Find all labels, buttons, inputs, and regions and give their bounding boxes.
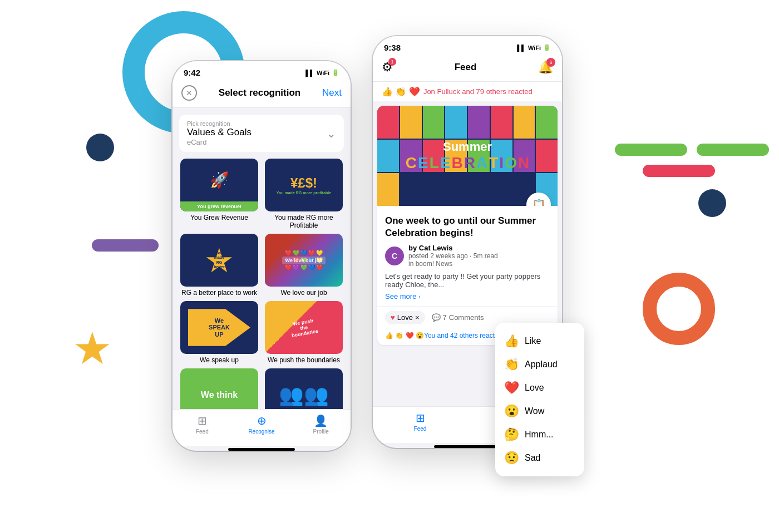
ecard-item-team[interactable]: 👥👥 Team bbox=[264, 368, 344, 409]
ecard-text-revenue: You grew revenue! bbox=[180, 201, 258, 211]
heart-icon: 💜 bbox=[293, 264, 299, 270]
ecard-item-think[interactable]: We think We think bbox=[179, 368, 259, 409]
reaction-applaud[interactable]: 👏 Applaud bbox=[495, 353, 584, 376]
reaction-emojis: 👍 👏 ❤️ bbox=[382, 86, 420, 97]
ecard-grid: 🚀 You grew revenue! You Grew Revenue ¥£$… bbox=[172, 159, 351, 409]
like-emoji: 👍 bbox=[504, 334, 519, 348]
love-emoji: ❤️ bbox=[504, 381, 519, 395]
tab-feed-left[interactable]: ⊞ Feed bbox=[172, 414, 232, 435]
heart-icon: 💚 bbox=[300, 264, 307, 270]
reaction-popup: 👍 Like 👏 Applaud ❤️ Love 😮 Wow 🤔 Hmm... … bbox=[495, 323, 584, 476]
status-bar-left: 9:42 ▌▌ WiFi 🔋 bbox=[172, 61, 351, 81]
ecard-image-revenue: 🚀 You grew revenue! bbox=[180, 159, 258, 211]
feed-tab-icon: ⊞ bbox=[198, 414, 207, 427]
love-reaction-pill[interactable]: ♥ Love × bbox=[385, 311, 425, 324]
tab-profile-left[interactable]: 👤 Profile bbox=[291, 414, 351, 435]
ecard-design-love: ❤️ 💚 💙 ❤️ 💛 💜 ❤️ 💚 💙 💛 ❤️ 💜 bbox=[265, 234, 343, 287]
author-info: by Cat Lewis posted 2 weeks ago · 5m rea… bbox=[408, 244, 498, 268]
bg-star-decoration: ★ bbox=[72, 323, 112, 375]
ecard-icon-revenue: 🚀 bbox=[210, 159, 229, 201]
ecard-design-think: We think bbox=[180, 368, 258, 409]
celebration-text-overlay: Summer CELEBRATION bbox=[406, 140, 529, 172]
close-button[interactable]: ✕ bbox=[181, 85, 197, 101]
navigation-bar-left: ✕ Select recognition Next bbox=[172, 81, 351, 108]
ecard-label-profit: You made RG more Profitable bbox=[264, 214, 344, 229]
profile-tab-label: Profile bbox=[313, 428, 329, 435]
ecard-label-love: We love our job bbox=[280, 289, 327, 297]
battery-icon: 🔋 bbox=[332, 69, 339, 76]
ecard-design-profit: ¥£$! You made RG more profitable bbox=[265, 159, 343, 211]
ecard-item-love[interactable]: ❤️ 💚 💙 ❤️ 💛 💜 ❤️ 💚 💙 💛 ❤️ 💜 bbox=[264, 234, 344, 297]
tile bbox=[536, 106, 558, 139]
close-icon: ✕ bbox=[186, 88, 193, 97]
ecard-item-revenue[interactable]: 🚀 You grew revenue! You Grew Revenue bbox=[179, 159, 259, 229]
chevron-right-icon: › bbox=[418, 293, 421, 300]
recognition-screen: 9:42 ▌▌ WiFi 🔋 ✕ Select recognition Next… bbox=[172, 61, 351, 451]
hmm-emoji: 🤔 bbox=[504, 427, 519, 442]
heart-icon: 💛 bbox=[316, 250, 323, 256]
ecard-item-speakup[interactable]: 📣 WeSPEAKUP We speak up bbox=[179, 301, 259, 364]
heart-icon: ♥ bbox=[391, 313, 395, 322]
ecard-design-revenue: 🚀 You grew revenue! bbox=[180, 159, 258, 211]
ecard-item-boundaries[interactable]: We pushtheboundaries We push the boundar… bbox=[264, 301, 344, 364]
reaction-love[interactable]: ❤️ Love bbox=[495, 376, 584, 400]
battery-icon-right: 🔋 bbox=[543, 44, 551, 51]
reactions-count-text: You and 42 others reacted bbox=[424, 332, 502, 339]
heart-icon: ❤️ bbox=[285, 250, 292, 256]
tile bbox=[536, 140, 558, 173]
ecard-item-better[interactable]: ★ YoumadeRGbetter RG a better place to w… bbox=[179, 234, 259, 297]
phone-left: 9:42 ▌▌ WiFi 🔋 ✕ Select recognition Next… bbox=[172, 61, 351, 451]
speakup-banner: WeSPEAKUP bbox=[188, 309, 250, 346]
feed-card-content: One week to go until our Summer Celebrat… bbox=[377, 206, 558, 306]
applaud-label: Applaud bbox=[525, 359, 558, 370]
like-label: Like bbox=[525, 336, 541, 346]
status-time-left: 9:42 bbox=[184, 68, 200, 77]
wow-emoji: 😮 bbox=[504, 404, 519, 418]
ecard-image-team: 👥👥 bbox=[265, 368, 343, 409]
ecard-text-speakup: WeSPEAKUP bbox=[209, 317, 230, 337]
picker-label: Pick recognition bbox=[187, 120, 252, 127]
sad-label: Sad bbox=[525, 453, 540, 463]
recognition-picker[interactable]: Pick recognition Values & Goals eCard ⌄ bbox=[179, 115, 344, 152]
tile bbox=[400, 106, 422, 139]
love-label-popup: Love bbox=[525, 383, 544, 393]
ecard-text-profit: You made RG more profitable bbox=[277, 191, 331, 195]
tile bbox=[400, 173, 422, 206]
ecard-image-better: ★ YoumadeRGbetter bbox=[180, 234, 258, 287]
reaction-wow[interactable]: 😮 Wow bbox=[495, 400, 584, 423]
reaction-emojis-row: 👍 👏 ❤️ 😮 bbox=[385, 332, 424, 339]
tile bbox=[468, 106, 490, 139]
ecard-currency-icons: ¥£$! bbox=[290, 175, 317, 191]
bg-bar-green1-decoration bbox=[615, 144, 687, 156]
feed-card[interactable]: Summer CELEBRATION 📋 One week to go unti… bbox=[377, 106, 558, 345]
comments-count: 7 bbox=[443, 313, 447, 322]
reaction-like[interactable]: 👍 Like bbox=[495, 329, 584, 353]
reaction-hmm[interactable]: 🤔 Hmm... bbox=[495, 423, 584, 446]
reaction-text: Jon Fulluck and 79 others reacted bbox=[423, 87, 533, 96]
chevron-down-icon: ⌄ bbox=[327, 127, 336, 140]
filter-button[interactable]: ⚙ 1 bbox=[382, 60, 393, 75]
next-button[interactable]: Next bbox=[322, 87, 342, 98]
applaud-emoji: 👏 bbox=[504, 357, 519, 372]
team-icons: 👥👥 bbox=[279, 383, 329, 407]
tile bbox=[445, 106, 467, 139]
love-label: Love bbox=[397, 313, 413, 322]
ecard-design-better: ★ YoumadeRGbetter bbox=[180, 234, 258, 287]
tab-feed-right[interactable]: ⊞ Feed bbox=[373, 411, 467, 432]
reaction-sad[interactable]: 😟 Sad bbox=[495, 446, 584, 470]
reaction-notification-bar: 👍 👏 ❤️ Jon Fulluck and 79 others reacted bbox=[373, 82, 562, 101]
ecard-image-speakup: 📣 WeSPEAKUP bbox=[180, 301, 258, 354]
tab-recognise-left[interactable]: ⊕ Recognise bbox=[232, 414, 292, 435]
ecard-design-team: 👥👥 bbox=[265, 368, 343, 409]
recognise-tab-label: Recognise bbox=[248, 428, 274, 435]
comments-button[interactable]: 💬 7 Comments bbox=[432, 313, 484, 322]
see-more-button[interactable]: See more › bbox=[385, 292, 550, 301]
bg-bar-green2-decoration bbox=[697, 144, 769, 156]
home-indicator-left bbox=[228, 448, 295, 451]
ecard-text-love: We love our job bbox=[282, 257, 326, 264]
notification-bell-button[interactable]: 🔔 6 bbox=[538, 60, 553, 75]
ecard-item-profit[interactable]: ¥£$! You made RG more profitable You mad… bbox=[264, 159, 344, 229]
status-time-right: 9:38 bbox=[384, 43, 401, 52]
tile bbox=[514, 106, 535, 139]
celebration-title1: Summer bbox=[406, 140, 529, 154]
